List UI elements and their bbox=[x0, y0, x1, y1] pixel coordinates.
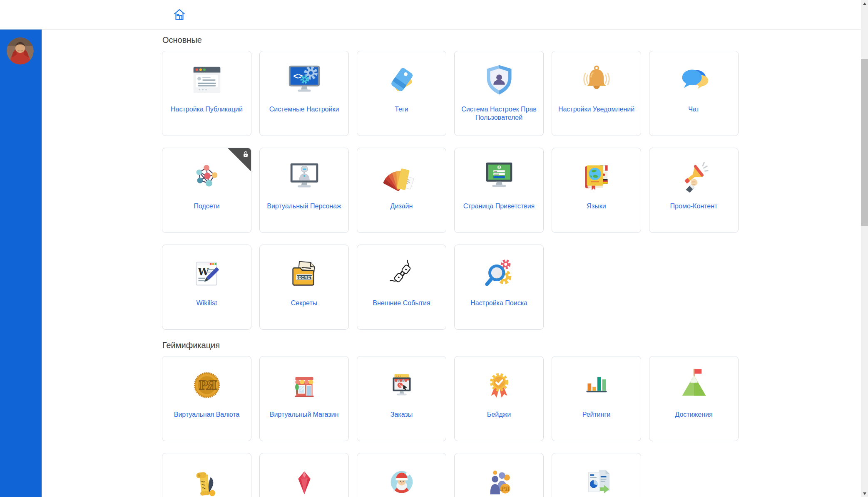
settings-page: ОсновныеНастройка ПубликацийСистемные На… bbox=[162, 29, 739, 497]
card-icon-area bbox=[285, 154, 324, 200]
sidebar bbox=[0, 30, 42, 497]
card-gem[interactable] bbox=[259, 453, 349, 497]
sections: ОсновныеНастройка ПубликацийСистемные На… bbox=[162, 35, 739, 497]
card-icon-area bbox=[382, 57, 421, 103]
card-icon-area bbox=[577, 362, 616, 408]
lock-badge bbox=[227, 148, 251, 172]
vertical-scrollbar[interactable] bbox=[861, 0, 868, 497]
card-label: Секреты bbox=[287, 299, 322, 307]
card-icon-area bbox=[577, 57, 616, 103]
user-permissions-shield-icon bbox=[480, 60, 519, 99]
quest-scroll-icon bbox=[187, 462, 226, 497]
card-label: Wikilist bbox=[192, 299, 221, 307]
card-icon-area bbox=[577, 459, 616, 497]
card-label: Внешние События bbox=[368, 299, 434, 307]
scroll-up-arrow-icon[interactable] bbox=[861, 0, 868, 7]
lock-icon bbox=[242, 151, 249, 158]
achievements-mountain-icon bbox=[674, 366, 714, 405]
card-icon-area bbox=[480, 459, 519, 497]
scrollbar-thumb[interactable] bbox=[861, 59, 868, 226]
card-design-swatches[interactable]: Дизайн bbox=[357, 148, 446, 233]
card-icon-area bbox=[187, 459, 226, 497]
gem-icon bbox=[285, 462, 324, 497]
wikilist-icon bbox=[187, 254, 226, 293]
card-search-settings[interactable]: Настройка Поиска bbox=[454, 245, 544, 330]
card-subnets-network[interactable]: Подсети bbox=[162, 148, 251, 233]
secrets-folder-icon bbox=[285, 254, 324, 293]
card-quest-scroll[interactable] bbox=[162, 453, 251, 497]
card-notification-bell[interactable]: Настройки Уведомлений bbox=[552, 51, 641, 136]
card-icon-area bbox=[285, 459, 324, 497]
group-currency-icon bbox=[480, 462, 519, 497]
card-publication-settings[interactable]: Настройка Публикаций bbox=[162, 51, 251, 136]
card-icon-area bbox=[480, 57, 519, 103]
card-label: Страница Приветствия bbox=[459, 202, 539, 210]
ratings-chart-icon bbox=[577, 366, 616, 405]
card-label: Настройка Публикаций bbox=[167, 105, 247, 114]
top-bar bbox=[0, 0, 861, 30]
card-label: Подсети bbox=[189, 202, 224, 210]
card-label: Достижения bbox=[671, 410, 716, 419]
scroll-down-arrow-icon[interactable] bbox=[861, 490, 868, 497]
card-external-events-plug[interactable]: Внешние События bbox=[357, 245, 446, 330]
card-promo-megaphone[interactable]: Промо-Контент bbox=[649, 148, 739, 233]
card-system-settings[interactable]: Системные Настройки bbox=[259, 51, 349, 136]
card-virtual-character[interactable]: Виртуальный Персонаж bbox=[259, 148, 349, 233]
card-wikilist[interactable]: Wikilist bbox=[162, 245, 251, 330]
card-label: Виртуальная Валюта bbox=[170, 410, 244, 419]
card-grid: Настройка ПубликацийСистемные НастройкиТ… bbox=[162, 51, 739, 330]
card-badges-medal[interactable]: Бейджи bbox=[454, 356, 544, 441]
user-avatar[interactable] bbox=[7, 37, 34, 64]
card-icon-area bbox=[480, 251, 519, 297]
card-ratings-chart[interactable]: Рейтинги bbox=[552, 356, 641, 441]
santa-icon bbox=[382, 462, 421, 497]
card-icon-area bbox=[285, 362, 324, 408]
virtual-currency-coin-icon bbox=[187, 366, 226, 405]
card-orders[interactable]: Заказы bbox=[357, 356, 446, 441]
card-icon-area bbox=[382, 362, 421, 408]
card-user-permissions-shield[interactable]: Система Настроек Прав Пользователей bbox=[454, 51, 544, 136]
card-icon-area bbox=[285, 57, 324, 103]
card-group-currency[interactable] bbox=[454, 453, 544, 497]
card-tags[interactable]: Теги bbox=[357, 51, 446, 136]
card-secrets-folder[interactable]: Секреты bbox=[259, 245, 349, 330]
user-avatar-image bbox=[7, 37, 34, 64]
card-chat[interactable]: Чат bbox=[649, 51, 739, 136]
card-icon-area bbox=[382, 154, 421, 200]
card-santa[interactable] bbox=[357, 453, 446, 497]
subnets-network-icon bbox=[187, 157, 226, 196]
search-settings-icon bbox=[480, 254, 519, 293]
card-label: Чат bbox=[684, 105, 704, 114]
promo-megaphone-icon bbox=[674, 157, 714, 196]
card-icon-area bbox=[674, 57, 714, 103]
section-title: Геймификация bbox=[162, 341, 739, 350]
section-1: ГеймификацияВиртуальная ВалютаВиртуальны… bbox=[162, 341, 739, 497]
card-icon-area bbox=[187, 154, 226, 200]
home-button[interactable] bbox=[172, 8, 187, 22]
languages-book-icon bbox=[577, 157, 616, 196]
card-virtual-shop[interactable]: Виртуальный Магазин bbox=[259, 356, 349, 441]
card-icon-area bbox=[577, 154, 616, 200]
home-icon bbox=[172, 8, 187, 22]
card-welcome-page[interactable]: Страница Приветствия bbox=[454, 148, 544, 233]
card-label: Настройка Поиска bbox=[466, 299, 532, 307]
card-label: Системные Настройки bbox=[265, 105, 343, 114]
external-events-plug-icon bbox=[382, 254, 421, 293]
card-achievements-mountain[interactable]: Достижения bbox=[649, 356, 739, 441]
card-icon-area bbox=[187, 57, 226, 103]
card-icon-area bbox=[285, 251, 324, 297]
card-virtual-currency-coin[interactable]: Виртуальная Валюта bbox=[162, 356, 251, 441]
card-label: Система Настроек Прав Пользователей bbox=[455, 105, 543, 122]
system-settings-icon bbox=[285, 60, 324, 99]
card-report-document[interactable] bbox=[552, 453, 641, 497]
card-grid: Виртуальная ВалютаВиртуальный МагазинЗак… bbox=[162, 356, 739, 497]
card-languages-book[interactable]: Языки bbox=[552, 148, 641, 233]
tags-icon bbox=[382, 60, 421, 99]
card-label: Настройки Уведомлений bbox=[554, 105, 639, 114]
card-label: Виртуальный Магазин bbox=[266, 410, 343, 419]
card-label: Виртуальный Персонаж bbox=[263, 202, 346, 210]
card-label: Языки bbox=[582, 202, 610, 210]
card-icon-area bbox=[480, 154, 519, 200]
card-label: Рейтинги bbox=[578, 410, 615, 419]
virtual-character-icon bbox=[285, 157, 324, 196]
